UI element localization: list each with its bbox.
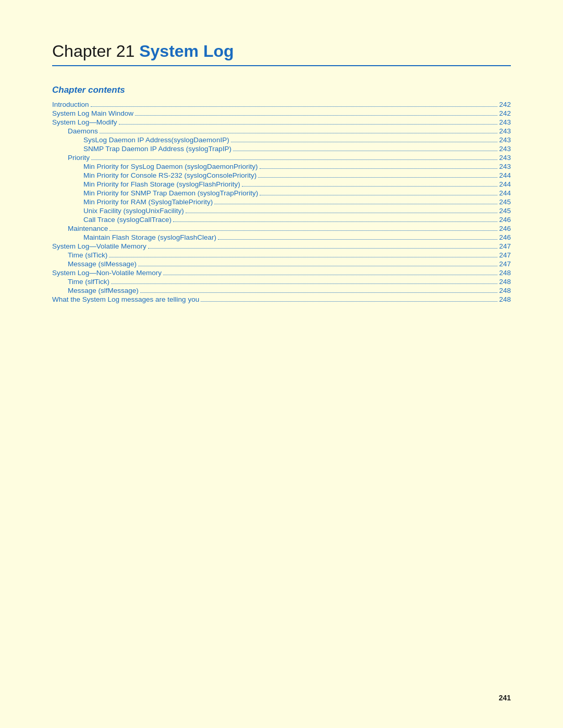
toc-label: Min Priority for Console RS-232 (syslogC… (83, 171, 256, 179)
toc-item: Call Trace (syslogCallTrace)246 (52, 216, 511, 224)
toc-dots (91, 159, 497, 160)
toc-dots (111, 283, 497, 284)
toc-page-number: 248 (499, 287, 511, 294)
toc-dots (258, 177, 497, 178)
toc-item: Min Priority for SysLog Daemon (syslogDa… (52, 163, 511, 170)
chapter-title-bold: System Log (139, 42, 234, 60)
toc-item: System Log—Non-Volatile Memory248 (52, 269, 511, 277)
toc-item: SysLog Daemon IP Address(syslogDaemonIP)… (52, 136, 511, 144)
toc-item: Time (slfTick)248 (52, 278, 511, 286)
toc-dots (260, 168, 498, 169)
toc-page-number: 248 (499, 269, 511, 277)
toc-label: Unix Facility (syslogUnixFacility) (83, 207, 184, 215)
toc-item: Maintenance246 (52, 225, 511, 232)
toc-page-number: 242 (499, 101, 511, 108)
toc-dots (148, 248, 498, 249)
toc-dots (186, 213, 498, 213)
toc-page-number: 243 (499, 154, 511, 162)
toc-item: What the System Log messages are telling… (52, 295, 511, 303)
toc-label: What the System Log messages are telling… (52, 295, 199, 303)
toc-label: Maintenance (68, 225, 108, 232)
toc-dots (260, 195, 497, 195)
toc-page-number: 244 (499, 171, 511, 179)
toc-dots (218, 239, 497, 240)
toc-dots (201, 301, 497, 302)
toc-item: SNMP Trap Daemon IP Address (syslogTrapI… (52, 145, 511, 153)
toc-dots (140, 292, 498, 293)
toc-page-number: 243 (499, 127, 511, 135)
toc-page-number: 246 (499, 233, 511, 241)
toc-item: Introduction242 (52, 101, 511, 108)
toc-item: Unix Facility (syslogUnixFacility)245 (52, 207, 511, 215)
toc-dots (242, 186, 498, 187)
toc-page-number: 243 (499, 136, 511, 144)
chapter-prefix: Chapter 21 (52, 42, 139, 60)
toc-dots (135, 115, 497, 116)
page: Chapter 21 System Log Chapter contents I… (0, 0, 563, 728)
toc-label: Introduction (52, 101, 89, 108)
toc-item: Min Priority for Console RS-232 (syslogC… (52, 171, 511, 179)
toc-page-number: 243 (499, 145, 511, 153)
toc-dots (173, 221, 497, 222)
toc-item: Time (slTick)247 (52, 251, 511, 259)
toc-item: Priority243 (52, 154, 511, 162)
toc-item: System Log—Modify243 (52, 118, 511, 126)
toc-page-number: 247 (499, 242, 511, 250)
toc-item: Min Priority for SNMP Trap Daemon (syslo… (52, 189, 511, 197)
toc-item: Message (slfMessage)248 (52, 287, 511, 294)
toc-label: SysLog Daemon IP Address(syslogDaemonIP) (83, 136, 229, 144)
page-number-footer: 241 (499, 694, 511, 702)
toc-label: Daemons (68, 127, 98, 135)
toc-label: System Log—Non-Volatile Memory (52, 269, 162, 277)
toc-item: Message (slMessage)247 (52, 260, 511, 268)
toc-page-number: 246 (499, 216, 511, 224)
toc-dots (119, 124, 498, 125)
toc-dots (109, 230, 497, 231)
toc-page-number: 243 (499, 118, 511, 126)
toc-dots (214, 204, 497, 204)
toc-page-number: 247 (499, 251, 511, 259)
toc-dots (231, 142, 498, 142)
toc-item: Min Priority for RAM (SyslogTablePriorit… (52, 198, 511, 206)
toc-page-number: 248 (499, 278, 511, 286)
toc-page-number: 244 (499, 189, 511, 197)
toc-item: Daemons243 (52, 127, 511, 135)
toc-dots (91, 106, 498, 107)
toc-label: Min Priority for RAM (SyslogTablePriorit… (83, 198, 213, 206)
toc-page-number: 245 (499, 198, 511, 206)
toc-dots (109, 257, 497, 257)
toc-item: Min Priority for Flash Storage (syslogFl… (52, 180, 511, 188)
toc-page-number: 245 (499, 207, 511, 215)
toc-item: System Log Main Window242 (52, 109, 511, 117)
toc-item: System Log—Volatile Memory247 (52, 242, 511, 250)
toc-label: System Log—Modify (52, 118, 117, 126)
toc-page-number: 243 (499, 163, 511, 170)
toc-label: SNMP Trap Daemon IP Address (syslogTrapI… (83, 145, 231, 153)
toc-label: Min Priority for SysLog Daemon (syslogDa… (83, 163, 258, 170)
toc-label: Min Priority for Flash Storage (syslogFl… (83, 180, 240, 188)
toc-page-number: 248 (499, 295, 511, 303)
toc-label: Time (slTick) (68, 251, 107, 259)
toc-page-number: 246 (499, 225, 511, 232)
toc-dots (233, 151, 497, 151)
toc-page-number: 242 (499, 109, 511, 117)
toc-item: Maintain Flash Storage (syslogFlashClear… (52, 233, 511, 241)
toc-label: Time (slfTick) (68, 278, 109, 286)
toc-dots (163, 275, 497, 275)
toc-dots (138, 266, 497, 266)
toc-dots (100, 133, 498, 133)
chapter-contents-heading: Chapter contents (52, 85, 511, 95)
toc-page-number: 247 (499, 260, 511, 268)
toc-label: Message (slMessage) (68, 260, 137, 268)
toc-page-number: 244 (499, 180, 511, 188)
toc-label: System Log—Volatile Memory (52, 242, 146, 250)
table-of-contents: Introduction242System Log Main Window242… (52, 101, 511, 303)
toc-label: Call Trace (syslogCallTrace) (83, 216, 172, 224)
toc-label: Min Priority for SNMP Trap Daemon (syslo… (83, 189, 258, 197)
toc-label: Maintain Flash Storage (syslogFlashClear… (83, 233, 216, 241)
toc-label: System Log Main Window (52, 109, 133, 117)
toc-label: Message (slfMessage) (68, 287, 139, 294)
chapter-title: Chapter 21 System Log (52, 42, 511, 66)
toc-label: Priority (68, 154, 90, 162)
